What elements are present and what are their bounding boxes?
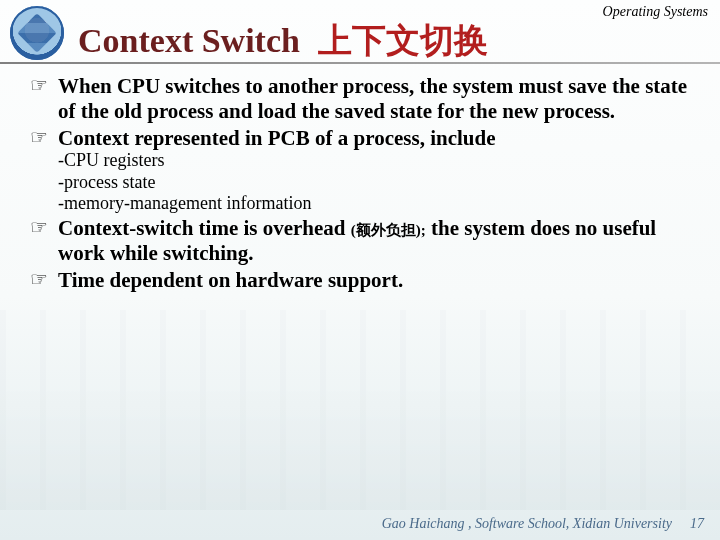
slide-footer: Gao Haichang , Software School, Xidian U…: [382, 516, 704, 532]
course-header: Operating Systems: [603, 4, 708, 20]
bullet-text-pre: Context-switch time is overhead: [58, 216, 351, 240]
university-logo: [10, 6, 64, 60]
background-building: [0, 310, 720, 510]
logo-emblem-icon: [17, 13, 57, 53]
sub-item: -process state: [58, 172, 704, 193]
sub-item: -CPU registers: [58, 150, 704, 171]
bullet-item: Context-switch time is overhead (额外负担); …: [30, 216, 704, 266]
sub-item: -memory-management information: [58, 193, 704, 214]
bullet-paren: (额外负担);: [351, 222, 426, 238]
bullet-item: Time dependent on hardware support.: [30, 268, 704, 293]
sub-list: -CPU registers -process state -memory-ma…: [30, 150, 704, 214]
slide-content: When CPU switches to another process, th…: [30, 74, 704, 294]
page-number: 17: [690, 516, 704, 532]
slide-title: Context Switch 上下文切换: [78, 18, 488, 64]
title-chinese: 上下文切换: [318, 22, 488, 59]
footer-credit: Gao Haichang , Software School, Xidian U…: [382, 516, 672, 532]
title-english: Context Switch: [78, 22, 300, 59]
bullet-item: Context represented in PCB of a process,…: [30, 126, 704, 151]
bullet-item: When CPU switches to another process, th…: [30, 74, 704, 124]
title-underline: [0, 62, 720, 64]
